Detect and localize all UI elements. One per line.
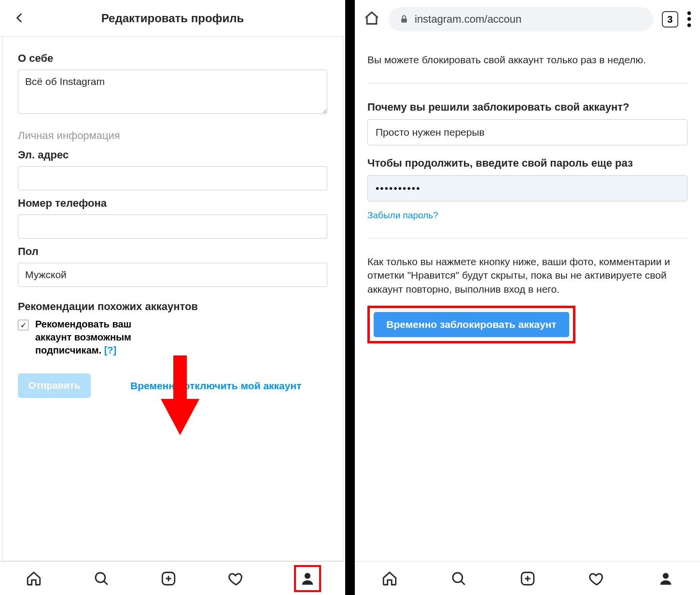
lock-icon [399, 14, 409, 24]
email-field[interactable] [18, 166, 327, 190]
password-field[interactable] [367, 175, 687, 201]
page-title: Редактировать профиль [0, 12, 345, 25]
recommend-checkbox[interactable]: ✓ [18, 320, 28, 330]
disable-account-page: Вы можете блокировать свой аккаунт тольк… [355, 39, 700, 561]
edit-profile-header: Редактировать профиль [0, 0, 345, 37]
nav-activity-icon[interactable] [226, 569, 246, 588]
phone-label: Номер телефона [18, 197, 327, 210]
about-textarea[interactable]: Всё об Instagram [18, 70, 327, 114]
browser-panel: instagram.com/accoun 3 ••• Вы можете бло… [355, 0, 700, 595]
email-label: Эл. адрес [18, 149, 327, 161]
nav-add-icon[interactable] [159, 569, 178, 588]
svg-point-14 [662, 573, 668, 579]
nav-home-icon[interactable] [24, 569, 43, 588]
nav-home-icon[interactable] [380, 569, 399, 588]
svg-point-9 [452, 572, 462, 582]
browser-home-icon[interactable] [364, 10, 380, 28]
browser-toolbar: instagram.com/accoun 3 ••• [355, 0, 700, 39]
panel-divider [345, 0, 355, 595]
divider-2 [367, 238, 687, 239]
personal-info-label: Личная информация [18, 129, 327, 142]
recommend-help-link[interactable]: [?] [104, 345, 117, 355]
gender-label: Пол [18, 245, 327, 258]
recommendations-heading: Рекомендации похожих аккаунтов [18, 300, 327, 313]
disable-account-link[interactable]: Временно отключить мой аккаунт [104, 380, 327, 392]
recommend-text: Рекомендовать ваш аккаунт возможным подп… [35, 318, 170, 357]
nav-add-icon[interactable] [518, 569, 537, 588]
address-bar[interactable]: instagram.com/accoun [389, 7, 653, 31]
nav-activity-icon[interactable] [587, 569, 606, 588]
tab-count-button[interactable]: 3 [662, 11, 678, 28]
divider-1 [367, 83, 687, 84]
browser-menu-icon[interactable]: ••• [687, 11, 691, 27]
svg-line-10 [461, 581, 464, 584]
recommend-label: Рекомендовать ваш аккаунт возможным подп… [35, 319, 131, 355]
reason-value: Просто нужен перерыв [376, 126, 485, 139]
bottom-nav-right [355, 561, 700, 595]
disable-explain: Как только вы нажмете кнопку ниже, ваши … [367, 255, 687, 296]
nav-profile-icon[interactable] [294, 565, 321, 592]
svg-marker-1 [161, 399, 199, 435]
gender-field[interactable] [18, 263, 327, 287]
bottom-nav [0, 561, 345, 595]
svg-line-3 [104, 581, 108, 584]
block-account-button[interactable]: Временно заблокировать аккаунт [374, 312, 569, 337]
recommend-checkbox-row: ✓ Рекомендовать ваш аккаунт возможным по… [18, 318, 327, 357]
reason-label: Почему вы решили заблокировать свой акка… [367, 100, 687, 114]
reason-select[interactable]: Просто нужен перерыв [367, 119, 687, 145]
nav-search-icon[interactable] [449, 569, 468, 588]
svg-point-2 [96, 572, 105, 582]
nav-search-icon[interactable] [92, 569, 111, 588]
edit-profile-form: О себе Всё об Instagram Личная информаци… [2, 37, 343, 561]
tab-count-value: 3 [667, 14, 672, 25]
disable-notice: Вы можете блокировать свой аккаунт тольк… [367, 53, 687, 67]
nav-profile-icon[interactable] [656, 569, 675, 588]
address-text: instagram.com/accoun [415, 13, 521, 26]
action-row: Отправить Временно отключить мой аккаунт [18, 373, 327, 398]
about-label: О себе [18, 52, 327, 65]
submit-button[interactable]: Отправить [18, 373, 91, 398]
back-icon[interactable] [14, 8, 26, 28]
block-button-highlight: Временно заблокировать аккаунт [367, 306, 575, 343]
password-label: Чтобы продолжить, введите свой пароль ещ… [367, 156, 687, 170]
phone-field[interactable] [18, 214, 327, 239]
svg-rect-8 [401, 18, 407, 22]
edit-profile-panel: Редактировать профиль О себе Всё об Inst… [0, 0, 345, 595]
svg-point-7 [305, 573, 310, 579]
forgot-password-link[interactable]: Забыли пароль? [367, 209, 438, 222]
